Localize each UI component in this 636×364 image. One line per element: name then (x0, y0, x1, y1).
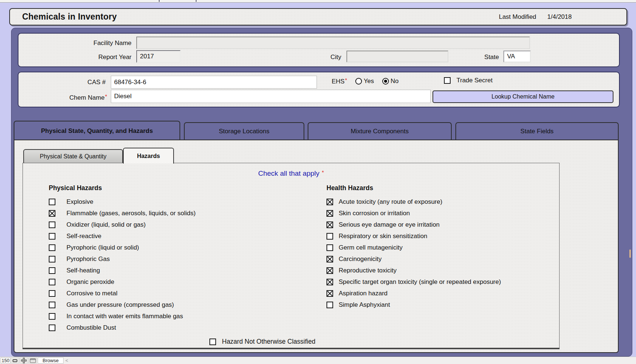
facility-name-input[interactable] (136, 37, 530, 49)
hazard-not-otherwise-classified-checkbox[interactable] (209, 339, 216, 345)
layout-toggle-button[interactable] (28, 357, 37, 364)
ehs-field: EHS* YesNo (332, 77, 399, 85)
physical-hazard-row: Self-heating (49, 265, 196, 276)
health-hazard-checkbox-carcinogenicity[interactable] (326, 256, 333, 262)
physical-hazard-row: Pyrophoric (liquid or solid) (49, 242, 196, 253)
top-toolbar-sliver (0, 0, 636, 3)
last-modified-group: Last Modified 1/4/2018 (499, 9, 572, 25)
physical-hazard-label: Organic peroxide (66, 278, 114, 286)
health-hazard-checkbox-acute-toxicity-any-route-of-exposure[interactable] (326, 199, 333, 205)
health-hazard-label: Respiratory or skin sensitization (339, 233, 427, 240)
hazard-not-otherwise-classified-row: Hazard Not Otherwise Classified (209, 336, 315, 347)
physical-hazard-checkbox-pyrophoric-liquid-or-solid[interactable] (49, 244, 55, 251)
report-year-label: Report Year (18, 54, 131, 61)
physical-hazard-label: Explosive (66, 198, 93, 206)
health-hazard-row: Reproductive toxicity (326, 265, 501, 276)
health-hazard-checkbox-germ-cell-mutagenicity[interactable] (326, 244, 333, 251)
trade-secret-label: Trade Secret (457, 77, 493, 84)
physical-hazard-row: In contact with water emits flammable ga… (49, 310, 196, 322)
health-hazard-label: Acute toxicity (any route of exposure) (339, 198, 442, 206)
check-all-instruction: Check all that apply * (23, 169, 559, 178)
trade-secret-field: Trade Secret (444, 77, 493, 84)
ehs-radio-label: No (391, 78, 399, 85)
tab-physical-state-quantity-and-hazards[interactable]: Physical State, Quantity, and Hazards (14, 121, 180, 140)
physical-hazard-checkbox-oxidizer-liquid-solid-or-gas[interactable] (49, 222, 55, 228)
layout-icon (30, 358, 36, 363)
physical-hazard-label: Self-reactive (66, 233, 101, 240)
physical-hazard-label: Oxidizer (liquid, solid or gas) (66, 221, 146, 229)
health-hazards-list: Acute toxicity (any route of exposure)Sk… (326, 196, 501, 310)
health-hazard-checkbox-serious-eye-damage-or-eye-irritation[interactable] (326, 222, 333, 228)
physical-hazards-column: Physical Hazards ExplosiveFlammable (gas… (49, 183, 196, 333)
trade-secret-checkbox[interactable] (444, 77, 451, 84)
physical-hazard-row: Pyrophoric Gas (49, 253, 196, 265)
subtab-physical-state-quantity[interactable]: Physical State & Quantity (23, 149, 123, 163)
health-hazard-row: Respiratory or skin sensitization (326, 230, 501, 242)
lookup-chemical-name-button[interactable]: Lookup Chemical Name (432, 90, 613, 103)
toolbar-tick (196, 0, 196, 2)
physical-hazard-checkbox-in-contact-with-water-emits-flammable-gas[interactable] (49, 313, 55, 320)
zoom-out-button[interactable] (11, 357, 19, 364)
physical-hazard-row: Organic peroxide (49, 276, 196, 288)
toolbar-tick (159, 0, 160, 2)
zoom-in-button[interactable] (20, 357, 28, 364)
physical-hazards-heading: Physical Hazards (49, 183, 196, 192)
health-hazard-checkbox-specific-target-organ-toxicity-single-or-repeated-exposure[interactable] (326, 279, 333, 285)
health-hazard-row: Skin corrosion or irritation (326, 207, 501, 219)
cas-number-input[interactable]: 68476-34-6 (111, 76, 317, 89)
cas-number-label: CAS # (18, 79, 106, 86)
physical-hazard-row: Explosive (49, 196, 196, 207)
tab-storage-locations[interactable]: Storage Locations (184, 122, 304, 140)
ehs-radio-no[interactable]: No (382, 78, 399, 85)
city-input[interactable] (346, 51, 448, 62)
physical-hazard-checkbox-pyrophoric-gas[interactable] (49, 256, 55, 262)
health-hazard-checkbox-aspiration-hazard[interactable] (326, 290, 333, 297)
physical-hazard-checkbox-corrosive-to-metal[interactable] (49, 290, 55, 297)
required-asterisk: * (105, 93, 107, 99)
physical-hazard-label: Combustible Dust (66, 324, 116, 332)
facility-panel: Facility Name Report Year 2017 City Stat… (18, 33, 620, 67)
physical-hazard-row: Oxidizer (liquid, solid or gas) (49, 219, 196, 230)
ehs-radio-label: Yes (364, 78, 374, 85)
health-hazard-label: Skin corrosion or irritation (339, 210, 410, 217)
health-hazard-checkbox-simple-asphyxiant[interactable] (326, 302, 333, 308)
physical-hazard-checkbox-organic-peroxide[interactable] (49, 279, 55, 285)
physical-hazard-label: Gas under pressure (compressed gas) (66, 301, 174, 309)
statusbar-collapse-chevron[interactable]: < (65, 358, 68, 363)
health-hazard-checkbox-respiratory-or-skin-sensitization[interactable] (326, 233, 333, 240)
health-hazard-row: Serious eye damage or eye irritation (326, 219, 501, 230)
zoom-in-icon (21, 358, 27, 363)
physical-hazard-label: Corrosive to metal (66, 290, 117, 297)
physical-hazard-checkbox-gas-under-pressure-compressed-gas[interactable] (49, 302, 55, 308)
physical-hazard-checkbox-self-heating[interactable] (49, 267, 55, 274)
chem-name-input[interactable]: Diesel (111, 90, 431, 103)
health-hazard-checkbox-skin-corrosion-or-irritation[interactable] (326, 210, 333, 217)
health-hazard-label: Aspiration hazard (339, 290, 387, 297)
physical-hazard-checkbox-combustible-dust[interactable] (49, 324, 55, 331)
physical-hazard-checkbox-flammable-gases-aerosols-liquids-or-solids[interactable] (49, 210, 55, 217)
physical-hazards-list: ExplosiveFlammable (gases, aerosols, liq… (49, 196, 196, 333)
status-bar: 150 Browse < (0, 357, 636, 364)
tab-mixture-components[interactable]: Mixture Components (308, 122, 452, 140)
health-hazard-checkbox-reproductive-toxicity[interactable] (326, 267, 333, 274)
health-hazard-label: Germ cell mutagenicity (339, 244, 403, 251)
city-label: City (310, 54, 341, 61)
radio-icon[interactable] (355, 78, 362, 85)
health-hazards-heading: Health Hazards (326, 183, 501, 192)
zoom-level-display[interactable]: 150 (1, 357, 10, 364)
physical-hazard-row: Corrosive to metal (49, 288, 196, 299)
state-label: State (476, 54, 499, 61)
physical-hazard-checkbox-explosive[interactable] (49, 199, 55, 205)
main-tabs: Physical State, Quantity, and HazardsSto… (14, 121, 621, 140)
physical-hazard-checkbox-self-reactive[interactable] (49, 233, 55, 240)
facility-name-label: Facility Name (18, 40, 131, 47)
ehs-radio-yes[interactable]: Yes (355, 78, 374, 85)
report-year-input[interactable]: 2017 (136, 50, 181, 63)
tab-state-fields[interactable]: State Fields (455, 122, 619, 140)
health-hazard-row: Simple Asphyxiant (326, 299, 501, 310)
subtab-hazards[interactable]: Hazards (123, 148, 174, 164)
state-input[interactable]: VA (503, 51, 531, 62)
mode-selector[interactable]: Browse (38, 357, 64, 364)
radio-icon[interactable] (382, 78, 389, 85)
health-hazard-label: Serious eye damage or eye irritation (339, 221, 440, 229)
